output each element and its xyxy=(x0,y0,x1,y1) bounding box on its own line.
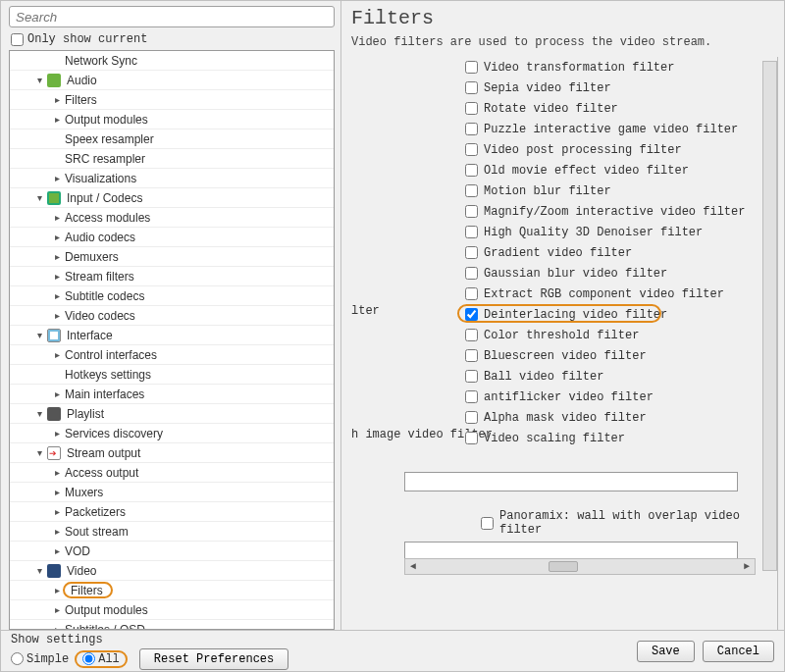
filter-item[interactable]: Color threshold filter xyxy=(351,325,759,345)
expand-icon[interactable]: ▸ xyxy=(51,506,63,517)
expand-icon[interactable]: ▸ xyxy=(51,271,63,282)
filter-item[interactable]: Extract RGB component video filter xyxy=(351,284,759,304)
tree-item-subtitle-codecs[interactable]: ▸Subtitle codecs xyxy=(10,286,334,306)
filter-item[interactable]: Deinterlacing video filter xyxy=(351,304,759,325)
filter-checkbox[interactable] xyxy=(465,411,478,424)
tree-item-demuxers[interactable]: ▸Demuxers xyxy=(10,247,334,267)
expand-icon[interactable]: ▸ xyxy=(51,545,63,556)
search-input[interactable] xyxy=(9,6,335,27)
filter-checkbox[interactable] xyxy=(465,349,478,362)
vertical-scrollbar[interactable] xyxy=(762,61,777,571)
tree-item-input-codecs[interactable]: ▾Input / Codecs xyxy=(10,188,334,208)
filter-checkbox[interactable] xyxy=(465,329,478,341)
collapse-icon[interactable]: ▾ xyxy=(33,330,45,340)
filter-item[interactable]: Video post processing filter xyxy=(351,139,759,160)
filter-item[interactable]: Video scaling filter xyxy=(351,428,759,448)
tree-item-access-modules[interactable]: ▸Access modules xyxy=(10,208,334,228)
tree-item-main-interfaces[interactable]: ▸Main interfaces xyxy=(10,385,334,404)
tree-item-network-sync[interactable]: ▸Network Sync xyxy=(10,51,334,71)
tree-item-hotkeys-settings[interactable]: ▸Hotkeys settings xyxy=(10,365,334,385)
collapse-icon[interactable]: ▾ xyxy=(33,192,45,203)
radio-all-input[interactable] xyxy=(82,652,95,665)
tree-item-visualizations[interactable]: ▸Visualizations xyxy=(10,169,334,188)
tree-item-sout-stream[interactable]: ▸Sout stream xyxy=(10,522,334,542)
tree-item-stream-filters[interactable]: ▸Stream filters xyxy=(10,267,334,286)
tree-item-control-interfaces[interactable]: ▸Control interfaces xyxy=(10,345,334,365)
tree-item-filters[interactable]: ▸Filters xyxy=(10,90,334,110)
save-button[interactable]: Save xyxy=(637,641,695,662)
filter-checkbox[interactable] xyxy=(465,205,478,218)
expand-icon[interactable]: ▸ xyxy=(51,290,63,301)
expand-icon[interactable]: ▸ xyxy=(51,251,63,262)
filter-item[interactable]: Puzzle interactive game video filter xyxy=(351,119,759,139)
cancel-button[interactable]: Cancel xyxy=(703,641,774,662)
tree-item-speex-resampler[interactable]: ▸Speex resampler xyxy=(10,129,334,149)
filter-item[interactable]: Ball video filter xyxy=(351,366,759,387)
expand-icon[interactable]: ▸ xyxy=(51,232,63,242)
tree-item-video[interactable]: ▾Video xyxy=(10,561,334,581)
filter-item[interactable]: Gradient video filter xyxy=(351,242,759,263)
radio-simple[interactable]: Simple xyxy=(11,652,69,666)
filter-checkbox[interactable] xyxy=(465,246,478,259)
collapse-icon[interactable]: ▾ xyxy=(33,565,45,576)
expand-icon[interactable]: ▸ xyxy=(51,212,63,223)
filter-checkbox[interactable] xyxy=(465,226,478,238)
expand-icon[interactable]: ▸ xyxy=(51,349,63,360)
tree-item-interface[interactable]: ▾Interface xyxy=(10,326,334,345)
expand-icon[interactable]: ▸ xyxy=(51,487,63,497)
expand-icon[interactable]: ▸ xyxy=(51,94,63,105)
tree-item-access-output[interactable]: ▸Access output xyxy=(10,463,334,483)
tree-item-packetizers[interactable]: ▸Packetizers xyxy=(10,502,334,522)
collapse-icon[interactable]: ▾ xyxy=(33,75,45,85)
panoramix-checkbox[interactable] xyxy=(481,517,494,530)
expand-icon[interactable]: ▸ xyxy=(51,467,63,478)
filter-item[interactable]: Bluescreen video filter xyxy=(351,345,759,366)
expand-icon[interactable]: ▸ xyxy=(51,585,63,595)
tree-item-output-modules[interactable]: ▸Output modules xyxy=(10,600,334,620)
filter-item[interactable]: Alpha mask video filter xyxy=(351,407,759,428)
filter-checkbox[interactable] xyxy=(465,143,478,156)
filter-item[interactable]: High Quality 3D Denoiser filter xyxy=(351,222,759,242)
tree-item-stream-output[interactable]: ▾Stream output xyxy=(10,443,334,463)
filter-item[interactable]: Gaussian blur video filter xyxy=(351,263,759,284)
tree-item-output-modules[interactable]: ▸Output modules xyxy=(10,110,334,129)
expand-icon[interactable]: ▸ xyxy=(51,114,63,125)
filter-checkbox[interactable] xyxy=(465,102,478,115)
filter-checkbox[interactable] xyxy=(465,184,478,197)
expand-icon[interactable]: ▸ xyxy=(51,388,63,399)
expand-icon[interactable]: ▸ xyxy=(51,604,63,615)
filter-checkbox[interactable] xyxy=(465,123,478,135)
expand-icon[interactable]: ▸ xyxy=(51,310,63,321)
filter-checkbox[interactable] xyxy=(465,432,478,444)
radio-simple-input[interactable] xyxy=(11,652,24,665)
filter-item[interactable]: Motion blur filter xyxy=(351,181,759,201)
scroll-right-icon[interactable]: ► xyxy=(739,561,755,572)
expand-icon[interactable]: ▸ xyxy=(51,624,63,629)
panoramix-row[interactable]: Panoramix: wall with overlap video filte… xyxy=(351,509,740,537)
filter-checkbox[interactable] xyxy=(465,370,478,383)
filter-item[interactable]: Old movie effect video filter xyxy=(351,160,759,181)
radio-all[interactable]: All xyxy=(75,650,128,668)
filter-text-input-1[interactable] xyxy=(404,472,738,491)
tree-item-audio[interactable]: ▾Audio xyxy=(10,71,334,90)
filter-checkbox[interactable] xyxy=(465,287,478,300)
expand-icon[interactable]: ▸ xyxy=(51,173,63,183)
tree-item-src-resampler[interactable]: ▸SRC resampler xyxy=(10,149,334,169)
filter-item[interactable]: Rotate video filter xyxy=(351,98,759,119)
filter-item[interactable]: Sepia video filter xyxy=(351,78,759,98)
filter-checkbox[interactable] xyxy=(465,267,478,280)
scroll-thumb[interactable] xyxy=(423,561,737,572)
filter-checkbox[interactable] xyxy=(465,164,478,177)
category-tree[interactable]: ▸Network Sync▾Audio▸Filters▸Output modul… xyxy=(10,51,334,629)
reset-preferences-button[interactable]: Reset Preferences xyxy=(139,648,288,670)
filter-item[interactable]: antiflicker video filter xyxy=(351,387,759,407)
filter-item[interactable]: Video transformation filter xyxy=(351,57,759,78)
tree-item-muxers[interactable]: ▸Muxers xyxy=(10,483,334,502)
expand-icon[interactable]: ▸ xyxy=(51,526,63,537)
expand-icon[interactable]: ▸ xyxy=(51,428,63,439)
tree-item-audio-codecs[interactable]: ▸Audio codecs xyxy=(10,228,334,247)
filter-checkbox[interactable] xyxy=(465,61,478,74)
filter-checkbox[interactable] xyxy=(465,81,478,94)
tree-item-subtitles-osd[interactable]: ▸Subtitles / OSD xyxy=(10,620,334,629)
tree-item-vod[interactable]: ▸VOD xyxy=(10,542,334,561)
